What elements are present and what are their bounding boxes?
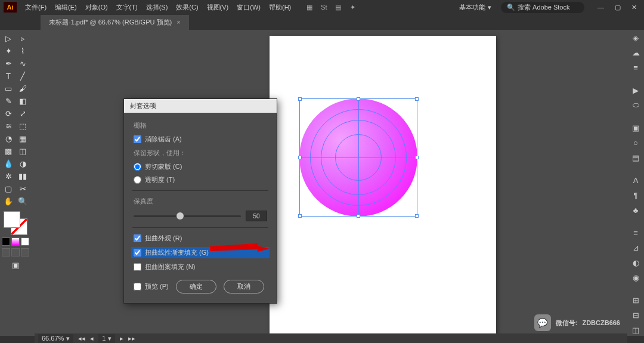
rotate-tool-icon[interactable]: ⟳ xyxy=(2,107,15,119)
close-button[interactable]: ✕ xyxy=(628,2,640,13)
gradient-mode-icon[interactable] xyxy=(11,237,20,246)
color-mode-icon[interactable] xyxy=(2,237,10,246)
canvas-area[interactable]: 封套选项 栅格 消除锯齿 (A) 保留形状，使用： 剪切蒙版 (C) 透明度 (… xyxy=(31,30,627,336)
arrange-docs-icon[interactable]: ▤ xyxy=(334,3,342,11)
menu-object[interactable]: 对象(O) xyxy=(82,1,112,14)
bridge-icon[interactable]: ▦ xyxy=(305,3,314,11)
swatches-panel-icon[interactable]: ▤ xyxy=(630,152,642,163)
search-stock-input[interactable]: 🔍 搜索 Adobe Stock xyxy=(501,2,584,13)
magic-wand-tool-icon[interactable]: ✦ xyxy=(2,45,15,57)
menu-window[interactable]: 窗口(W) xyxy=(233,1,264,14)
symbol-sprayer-tool-icon[interactable]: ✲ xyxy=(2,170,15,182)
free-transform-tool-icon[interactable]: ⬚ xyxy=(16,120,29,132)
scale-tool-icon[interactable]: ⤢ xyxy=(16,107,29,119)
nav-prev-one-icon[interactable]: ◂ xyxy=(90,335,94,342)
color-panel-icon[interactable]: ▣ xyxy=(630,122,642,134)
pen-tool-icon[interactable]: ✒ xyxy=(2,57,15,69)
document-tab[interactable]: 未标题-1.pdf* @ 66.67% (RGB/GPU 预览) × xyxy=(41,15,189,30)
symbols-panel-icon[interactable]: ♣ xyxy=(630,205,642,216)
line-tool-icon[interactable]: ╱ xyxy=(16,70,29,82)
graph-tool-icon[interactable]: ▮▮ xyxy=(16,170,29,182)
preview-checkbox[interactable]: 预览 (P) xyxy=(134,282,169,291)
rectangle-tool-icon[interactable]: ▭ xyxy=(2,82,15,94)
appearance-panel-icon[interactable]: ◉ xyxy=(630,272,642,283)
menu-view[interactable]: 视图(V) xyxy=(203,1,233,14)
resize-handle[interactable] xyxy=(415,214,419,218)
curvature-tool-icon[interactable]: ∿ xyxy=(16,57,29,69)
draw-inside-icon[interactable] xyxy=(21,248,29,257)
distort-pattern-fill-checkbox[interactable]: 扭曲图案填充 (N) xyxy=(134,262,267,271)
menu-effect[interactable]: 效果(C) xyxy=(172,1,202,14)
clip-mask-radio[interactable]: 剪切蒙版 (C) xyxy=(134,162,267,171)
slider-thumb[interactable] xyxy=(177,212,184,220)
link-panel-icon[interactable]: ⬭ xyxy=(630,100,642,111)
selected-object[interactable] xyxy=(299,98,417,217)
shape-builder-tool-icon[interactable]: ◔ xyxy=(2,132,15,144)
libraries-panel-icon[interactable]: ☁ xyxy=(630,47,642,58)
transparency-panel-icon[interactable]: ◐ xyxy=(630,257,642,268)
none-mode-icon[interactable] xyxy=(21,237,29,246)
lasso-tool-icon[interactable]: ⌇ xyxy=(16,45,29,57)
fidelity-slider[interactable] xyxy=(134,215,241,217)
ok-button[interactable]: 确定 xyxy=(176,280,216,293)
maximize-button[interactable]: ▢ xyxy=(611,2,624,13)
brushes-panel-icon[interactable]: ⊿ xyxy=(630,242,642,254)
artboard-tool-icon[interactable]: ▢ xyxy=(2,183,15,194)
align-panel-icon[interactable]: ⊞ xyxy=(630,295,642,306)
resize-handle[interactable] xyxy=(357,97,360,101)
type-tool-icon[interactable]: T xyxy=(2,70,15,82)
menu-help[interactable]: 帮助(H) xyxy=(265,1,295,14)
perspective-tool-icon[interactable]: ▦ xyxy=(16,132,29,144)
nav-prev-icon[interactable]: ◂◂ xyxy=(78,335,85,342)
gradient-tool-icon[interactable]: ◫ xyxy=(16,145,29,157)
paintbrush-tool-icon[interactable]: 🖌 xyxy=(16,82,29,94)
antialias-checkbox[interactable]: 消除锯齿 (A) xyxy=(134,135,267,144)
width-tool-icon[interactable]: ≋ xyxy=(2,120,15,132)
paragraph-panel-icon[interactable]: ¶ xyxy=(630,190,642,201)
artboard-nav-select[interactable]: 1▾ xyxy=(98,334,115,343)
zoom-level-select[interactable]: 66.67%▾ xyxy=(38,334,73,343)
selection-tool-icon[interactable]: ▷ xyxy=(2,32,15,44)
stock-icon[interactable]: St xyxy=(320,3,328,11)
shaper-tool-icon[interactable]: ✎ xyxy=(2,95,15,107)
zoom-tool-icon[interactable]: 🔍 xyxy=(16,195,29,207)
resize-handle[interactable] xyxy=(357,214,360,218)
layers-panel-icon[interactable]: ≡ xyxy=(630,62,642,73)
tab-close-icon[interactable]: × xyxy=(177,18,180,26)
eyedropper-tool-icon[interactable]: 💧 xyxy=(2,157,15,169)
transparency-radio[interactable]: 透明度 (T) xyxy=(134,175,267,184)
nav-next-icon[interactable]: ▸▸ xyxy=(128,335,135,342)
hand-tool-icon[interactable]: ✋ xyxy=(2,195,15,207)
blend-tool-icon[interactable]: ◑ xyxy=(16,157,29,169)
menu-file[interactable]: 文件(F) xyxy=(21,1,50,14)
draw-normal-icon[interactable] xyxy=(2,248,10,257)
transform-panel-icon[interactable]: ⊟ xyxy=(630,310,642,321)
draw-behind-icon[interactable] xyxy=(11,248,20,257)
character-panel-icon[interactable]: A xyxy=(630,175,642,186)
fill-stroke-swatch[interactable] xyxy=(4,211,27,235)
distort-linear-gradient-checkbox[interactable]: 扭曲线性渐变填充 (G) xyxy=(134,248,267,257)
workspace-switcher[interactable]: 基本功能 ▾ xyxy=(456,2,495,13)
resize-handle[interactable] xyxy=(415,156,419,159)
nav-next-one-icon[interactable]: ▸ xyxy=(120,335,123,342)
screen-mode-icon[interactable]: ▣ xyxy=(2,259,29,271)
resize-handle[interactable] xyxy=(298,97,302,101)
menu-type[interactable]: 文字(T) xyxy=(113,1,141,14)
expand-panel-icon[interactable]: ▶ xyxy=(630,85,642,96)
menu-edit[interactable]: 编辑(E) xyxy=(51,1,80,14)
slice-tool-icon[interactable]: ✂ xyxy=(16,183,29,194)
direct-selection-tool-icon[interactable]: ▹ xyxy=(16,32,29,44)
fill-swatch[interactable] xyxy=(4,211,20,228)
pathfinder-panel-icon[interactable]: ◫ xyxy=(630,325,642,336)
distort-appearance-checkbox[interactable]: 扭曲外观 (R) xyxy=(134,234,267,243)
resize-handle[interactable] xyxy=(298,214,302,218)
color-guide-panel-icon[interactable]: ○ xyxy=(630,137,642,149)
stroke-panel-icon[interactable]: ≡ xyxy=(630,227,642,239)
resize-handle[interactable] xyxy=(298,156,302,159)
minimize-button[interactable]: — xyxy=(594,2,608,13)
menu-select[interactable]: 选择(S) xyxy=(143,1,172,14)
gpu-icon[interactable]: ✦ xyxy=(348,3,357,11)
properties-panel-icon[interactable]: ◈ xyxy=(630,32,642,44)
eraser-tool-icon[interactable]: ◧ xyxy=(16,95,29,107)
cancel-button[interactable]: 取消 xyxy=(224,280,264,293)
